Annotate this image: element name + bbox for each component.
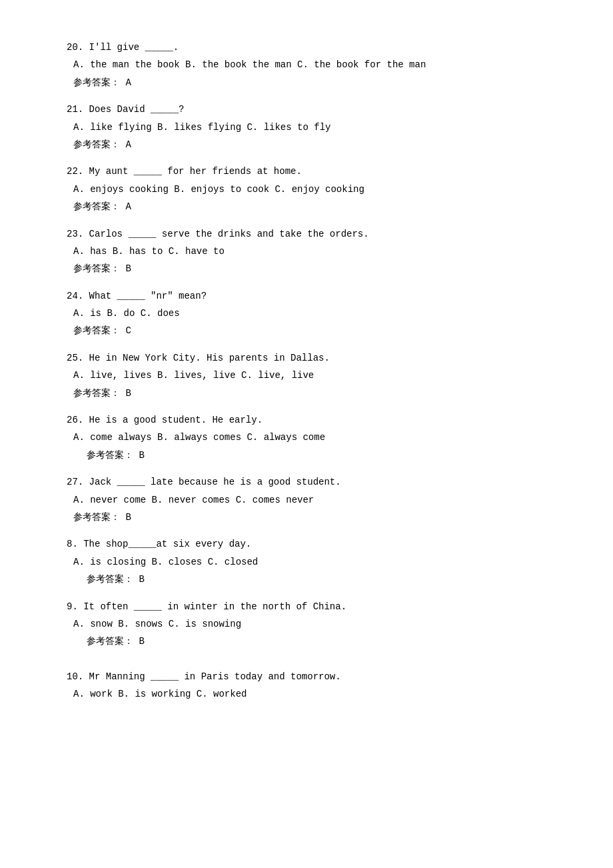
answer-line: 参考答案： B: [67, 510, 560, 525]
question-block: 27. Jack _____ late because he is a good…: [67, 475, 560, 525]
options-line: A. the man the book B. the book the man …: [67, 57, 560, 72]
question-block: 21. Does David _____?A. like flying B. l…: [67, 102, 560, 152]
question-block: 9. It often _____ in winter in the north…: [67, 599, 560, 657]
answer-line: 参考答案： B: [67, 448, 560, 463]
question-line: 25. He in New York City. His parents in …: [67, 351, 560, 365]
options-line: A. live, lives B. lives, live C. live, l…: [67, 368, 560, 383]
question-block: 26. He is a good student. He early.A. co…: [67, 413, 560, 463]
options-line: A. is closing B. closes C. closed: [67, 555, 560, 569]
answer-line: 参考答案： A: [67, 199, 560, 214]
question-block: 24. What _____ "nr" mean?A. is B. do C. …: [67, 289, 560, 339]
question-line: 21. Does David _____?: [67, 102, 560, 117]
answer-line: 参考答案： A: [67, 75, 560, 90]
question-line: 22. My aunt _____ for her friends at hom…: [67, 164, 560, 179]
options-line: A. come always B. always comes C. always…: [67, 430, 560, 445]
options-line: A. enjoys cooking B. enjoys to cook C. e…: [67, 182, 560, 197]
question-block: 22. My aunt _____ for her friends at hom…: [67, 164, 560, 214]
question-line: 9. It often _____ in winter in the north…: [67, 599, 560, 614]
options-line: A. never come B. never comes C. comes ne…: [67, 493, 560, 507]
question-block: 10. Mr Manning _____ in Paris today and …: [67, 669, 560, 702]
answer-line: 参考答案： C: [67, 323, 560, 338]
question-block: 25. He in New York City. His parents in …: [67, 351, 560, 401]
question-block: 23. Carlos _____ serve the drinks and ta…: [67, 227, 560, 277]
question-line: 8. The shop_____at six every day.: [67, 537, 560, 551]
options-line: A. like flying B. likes flying C. likes …: [67, 120, 560, 135]
question-line: 27. Jack _____ late because he is a good…: [67, 475, 560, 489]
question-line: 23. Carlos _____ serve the drinks and ta…: [67, 227, 560, 241]
options-line: A. work B. is working C. worked: [67, 687, 560, 701]
answer-line: 参考答案： B: [67, 634, 560, 649]
answer-line: 参考答案： B: [67, 386, 560, 401]
options-line: A. is B. do C. does: [67, 306, 560, 321]
page-content: 20. I'll give _____.A. the man the book …: [67, 40, 560, 702]
answer-line: 参考答案： B: [67, 261, 560, 276]
question-line: 20. I'll give _____.: [67, 40, 560, 55]
options-line: A. has B. has to C. have to: [67, 244, 560, 259]
question-line: 24. What _____ "nr" mean?: [67, 289, 560, 303]
question-block: 20. I'll give _____.A. the man the book …: [67, 40, 560, 90]
question-line: 10. Mr Manning _____ in Paris today and …: [67, 669, 560, 684]
question-line: 26. He is a good student. He early.: [67, 413, 560, 427]
options-line: A. snow B. snows C. is snowing: [67, 617, 560, 631]
question-block: 8. The shop_____at six every day.A. is c…: [67, 537, 560, 587]
answer-line: 参考答案： B: [67, 572, 560, 587]
answer-line: 参考答案： A: [67, 137, 560, 152]
